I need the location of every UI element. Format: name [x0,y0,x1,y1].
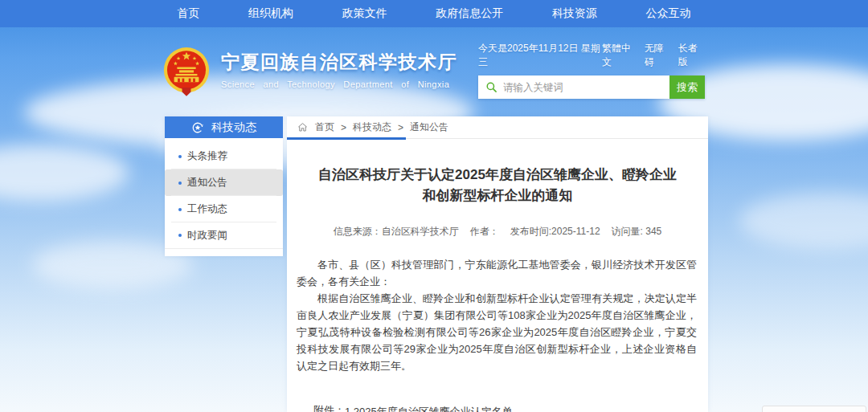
search-button[interactable]: 搜索 [669,75,705,99]
sidebar-item-label: 时政要闻 [187,229,227,243]
article-paragraph: 各市、县（区）科技管理部门，宁东能源化工基地管委会，银川经济技术开发区管委会，各… [297,256,697,290]
nav-item-organization[interactable]: 组织机构 [248,6,293,21]
breadcrumb-home[interactable]: 首页 [315,120,334,134]
sidebar-item-label: 头条推荐 [187,149,227,163]
sidebar-item-label: 通知公告 [187,176,227,190]
link-traditional-chinese[interactable]: 繁體中文 [602,42,638,69]
nav-item-gov-info-disclosure[interactable]: 政府信息公开 [436,6,503,21]
link-accessibility[interactable]: 无障碍 [645,42,672,69]
cloud-decoration [0,145,129,201]
breadcrumb-separator: > [341,122,346,133]
breadcrumb: 首页 > 科技动态 > 通知公告 [287,116,708,139]
tech-news-star-icon [191,121,204,134]
top-navigation-bar: 首页 组织机构 政策文件 政府信息公开 科技资源 公众互动 [0,0,868,27]
attachments-block: 附件： 1.2025年度自治区雏鹰企业认定名单 2.2025年度自治区瞪羚企业认… [313,403,708,412]
article-meta: 信息来源：自治区科学技术厅作者：发布时间:2025-11-12访问量: 345 [287,225,708,239]
sidebar-item-headline-recommend[interactable]: 头条推荐 [165,143,283,169]
nav-item-policy-documents[interactable]: 政策文件 [342,6,387,21]
attachment-link-eagle-list[interactable]: 1.2025年度自治区雏鹰企业认定名单 [345,403,544,412]
sidebar-item-notices[interactable]: 通知公告 [165,169,283,196]
link-elderly-version[interactable]: 长者版 [678,42,705,69]
search-icon [485,81,497,93]
meta-author: 作者： [470,226,499,237]
search-input[interactable] [503,82,669,93]
bullet-dot-icon [178,155,182,158]
nav-item-home[interactable]: 首页 [177,6,199,21]
breadcrumb-separator: > [398,122,403,133]
sidebar-title: 科技动态 [211,120,256,135]
cloud-decoration [739,193,868,249]
home-icon [297,122,308,133]
sidebar-item-label: 工作动态 [187,202,227,216]
breadcrumb-tech-news[interactable]: 科技动态 [353,120,391,134]
meta-visit-count: 访问量: 345 [612,226,662,237]
bullet-dot-icon [178,234,182,237]
site-subtitle: Science and Technology Department of Nin… [221,80,457,89]
nav-item-tech-resources[interactable]: 科技资源 [552,6,597,21]
bullet-dot-icon [178,182,182,185]
meta-publish-time: 发布时间:2025-11-12 [510,226,600,237]
current-date-text: 今天是2025年11月12日 星期三 [478,42,602,69]
sidebar-item-work-dynamics[interactable]: 工作动态 [165,196,283,222]
article-paragraph: 根据自治区雏鹰企业、瞪羚企业和创新型标杆企业认定管理有关规定，决定认定半亩良人农… [297,290,697,374]
attachments-label: 附件： [313,403,345,412]
back-to-top-widget[interactable] [762,406,866,412]
meta-source: 信息来源：自治区科学技术厅 [334,226,459,237]
site-title: 宁夏回族自治区科学技术厅 [221,50,457,75]
national-emblem-icon [163,47,210,96]
nav-item-public-interaction[interactable]: 公众互动 [646,6,691,21]
main-content-panel: 首页 > 科技动态 > 通知公告 自治区科技厅关于认定2025年度自治区雏鹰企业… [287,116,708,412]
site-logo[interactable]: 宁夏回族自治区科学技术厅 Science and Technology Depa… [163,47,457,96]
site-header: 宁夏回族自治区科学技术厅 Science and Technology Depa… [0,36,868,112]
breadcrumb-notices[interactable]: 通知公告 [410,120,448,134]
bullet-dot-icon [178,208,182,211]
sidebar: 科技动态 头条推荐 通知公告 工作动态 时政要闻 [165,116,283,256]
sidebar-item-current-politics[interactable]: 时政要闻 [165,222,283,249]
article-body: 各市、县（区）科技管理部门，宁东能源化工基地管委会，银川经济技术开发区管委会，各… [297,256,697,374]
article-title: 自治区科技厅关于认定2025年度自治区雏鹰企业、瞪羚企业 和创新型标杆企业的通知 [287,165,708,206]
sidebar-header: 科技动态 [165,116,283,138]
